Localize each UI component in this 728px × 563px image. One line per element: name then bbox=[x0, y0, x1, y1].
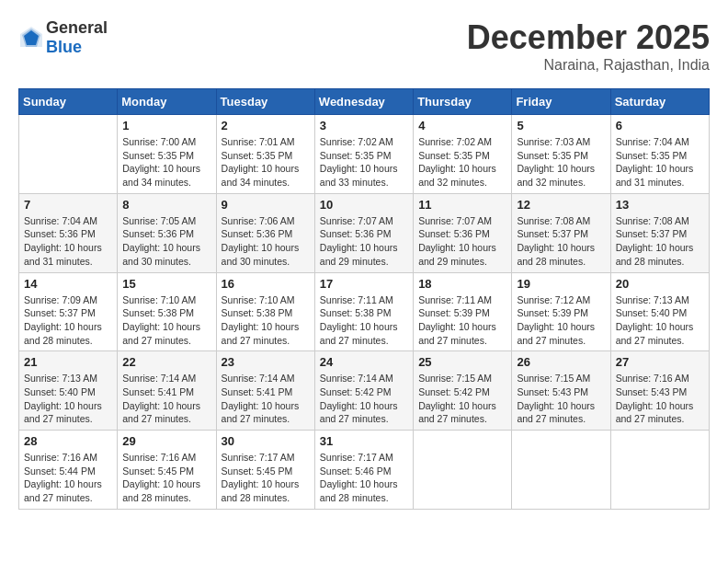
calendar-cell: 27Sunrise: 7:16 AMSunset: 5:43 PMDayligh… bbox=[610, 351, 709, 431]
day-number: 19 bbox=[517, 277, 605, 291]
calendar-cell: 19Sunrise: 7:12 AMSunset: 5:39 PMDayligh… bbox=[512, 272, 610, 351]
day-info: Sunrise: 7:09 AMSunset: 5:37 PMDaylight:… bbox=[24, 293, 112, 348]
calendar-cell: 15Sunrise: 7:10 AMSunset: 5:38 PMDayligh… bbox=[118, 272, 216, 351]
day-number: 13 bbox=[616, 198, 704, 212]
day-info: Sunrise: 7:17 AMSunset: 5:46 PMDaylight:… bbox=[320, 451, 408, 505]
day-number: 8 bbox=[122, 198, 210, 212]
calendar-cell bbox=[19, 115, 118, 194]
calendar-week-5: 28Sunrise: 7:16 AMSunset: 5:44 PMDayligh… bbox=[19, 431, 710, 510]
calendar-week-3: 14Sunrise: 7:09 AMSunset: 5:37 PMDayligh… bbox=[19, 272, 710, 351]
header-thursday: Thursday bbox=[414, 89, 512, 115]
day-number: 1 bbox=[122, 119, 210, 132]
day-info: Sunrise: 7:16 AMSunset: 5:45 PMDaylight:… bbox=[122, 451, 210, 505]
calendar-cell bbox=[414, 431, 512, 510]
day-info: Sunrise: 7:03 AMSunset: 5:35 PMDaylight:… bbox=[517, 135, 605, 190]
day-info: Sunrise: 7:08 AMSunset: 5:37 PMDaylight:… bbox=[616, 214, 704, 269]
month-title: December 2025 bbox=[467, 18, 710, 57]
day-info: Sunrise: 7:04 AMSunset: 5:36 PMDaylight:… bbox=[24, 214, 112, 269]
calendar-cell: 21Sunrise: 7:13 AMSunset: 5:40 PMDayligh… bbox=[19, 351, 118, 431]
calendar-cell: 30Sunrise: 7:17 AMSunset: 5:45 PMDayligh… bbox=[216, 431, 314, 510]
day-info: Sunrise: 7:10 AMSunset: 5:38 PMDaylight:… bbox=[122, 293, 210, 348]
title-block: December 2025 Naraina, Rajasthan, India bbox=[467, 18, 710, 74]
day-number: 18 bbox=[418, 277, 506, 291]
day-info: Sunrise: 7:12 AMSunset: 5:39 PMDaylight:… bbox=[517, 293, 605, 348]
day-info: Sunrise: 7:14 AMSunset: 5:42 PMDaylight:… bbox=[320, 372, 408, 426]
day-info: Sunrise: 7:02 AMSunset: 5:35 PMDaylight:… bbox=[418, 135, 506, 190]
calendar-cell: 1Sunrise: 7:00 AMSunset: 5:35 PMDaylight… bbox=[118, 115, 216, 194]
calendar-cell: 2Sunrise: 7:01 AMSunset: 5:35 PMDaylight… bbox=[216, 115, 314, 194]
calendar-cell: 29Sunrise: 7:16 AMSunset: 5:45 PMDayligh… bbox=[118, 431, 216, 510]
logo: General Blue bbox=[18, 18, 108, 57]
day-number: 29 bbox=[122, 434, 210, 448]
day-info: Sunrise: 7:06 AMSunset: 5:36 PMDaylight:… bbox=[222, 214, 310, 269]
calendar-cell: 11Sunrise: 7:07 AMSunset: 5:36 PMDayligh… bbox=[414, 193, 512, 272]
calendar-cell: 6Sunrise: 7:04 AMSunset: 5:35 PMDaylight… bbox=[610, 115, 709, 194]
day-info: Sunrise: 7:13 AMSunset: 5:40 PMDaylight:… bbox=[24, 372, 112, 426]
day-number: 3 bbox=[320, 119, 408, 132]
day-number: 17 bbox=[320, 277, 408, 291]
header-saturday: Saturday bbox=[610, 89, 709, 115]
day-number: 27 bbox=[616, 355, 704, 369]
day-number: 28 bbox=[24, 434, 112, 448]
calendar-cell: 12Sunrise: 7:08 AMSunset: 5:37 PMDayligh… bbox=[512, 193, 610, 272]
calendar-cell: 13Sunrise: 7:08 AMSunset: 5:37 PMDayligh… bbox=[610, 193, 709, 272]
logo-blue-text: Blue bbox=[46, 38, 82, 56]
logo-general-text: General bbox=[46, 18, 108, 37]
calendar-cell: 9Sunrise: 7:06 AMSunset: 5:36 PMDaylight… bbox=[216, 193, 314, 272]
day-info: Sunrise: 7:00 AMSunset: 5:35 PMDaylight:… bbox=[122, 135, 210, 190]
day-number: 15 bbox=[122, 277, 210, 291]
calendar-cell: 3Sunrise: 7:02 AMSunset: 5:35 PMDaylight… bbox=[314, 115, 413, 194]
calendar-cell: 14Sunrise: 7:09 AMSunset: 5:37 PMDayligh… bbox=[19, 272, 118, 351]
header-monday: Monday bbox=[118, 89, 216, 115]
calendar-cell: 16Sunrise: 7:10 AMSunset: 5:38 PMDayligh… bbox=[216, 272, 314, 351]
day-number: 7 bbox=[24, 198, 112, 212]
day-info: Sunrise: 7:04 AMSunset: 5:35 PMDaylight:… bbox=[616, 135, 704, 190]
day-info: Sunrise: 7:07 AMSunset: 5:36 PMDaylight:… bbox=[418, 214, 506, 269]
day-number: 31 bbox=[320, 434, 408, 448]
calendar-cell: 25Sunrise: 7:15 AMSunset: 5:42 PMDayligh… bbox=[414, 351, 512, 431]
calendar-cell bbox=[512, 431, 610, 510]
calendar-cell: 28Sunrise: 7:16 AMSunset: 5:44 PMDayligh… bbox=[19, 431, 118, 510]
calendar-week-2: 7Sunrise: 7:04 AMSunset: 5:36 PMDaylight… bbox=[19, 193, 710, 272]
day-number: 20 bbox=[616, 277, 704, 291]
day-info: Sunrise: 7:10 AMSunset: 5:38 PMDaylight:… bbox=[222, 293, 310, 348]
calendar-header-row: SundayMondayTuesdayWednesdayThursdayFrid… bbox=[19, 89, 710, 115]
location-title: Naraina, Rajasthan, India bbox=[467, 57, 710, 74]
day-number: 30 bbox=[222, 434, 310, 448]
calendar-cell: 23Sunrise: 7:14 AMSunset: 5:41 PMDayligh… bbox=[216, 351, 314, 431]
day-info: Sunrise: 7:15 AMSunset: 5:42 PMDaylight:… bbox=[418, 372, 506, 426]
day-number: 5 bbox=[517, 119, 605, 132]
page-header: General Blue December 2025 Naraina, Raja… bbox=[18, 18, 710, 74]
calendar-cell: 18Sunrise: 7:11 AMSunset: 5:39 PMDayligh… bbox=[414, 272, 512, 351]
day-number: 10 bbox=[320, 198, 408, 212]
calendar-cell: 4Sunrise: 7:02 AMSunset: 5:35 PMDaylight… bbox=[414, 115, 512, 194]
day-number: 16 bbox=[222, 277, 310, 291]
day-number: 14 bbox=[24, 277, 112, 291]
calendar-table: SundayMondayTuesdayWednesdayThursdayFrid… bbox=[18, 88, 710, 510]
day-info: Sunrise: 7:14 AMSunset: 5:41 PMDaylight:… bbox=[122, 372, 210, 426]
header-sunday: Sunday bbox=[19, 89, 118, 115]
day-info: Sunrise: 7:02 AMSunset: 5:35 PMDaylight:… bbox=[320, 135, 408, 190]
header-tuesday: Tuesday bbox=[216, 89, 314, 115]
day-info: Sunrise: 7:16 AMSunset: 5:44 PMDaylight:… bbox=[24, 451, 112, 505]
day-info: Sunrise: 7:11 AMSunset: 5:39 PMDaylight:… bbox=[418, 293, 506, 348]
day-number: 25 bbox=[418, 355, 506, 369]
calendar-cell bbox=[610, 431, 709, 510]
day-number: 11 bbox=[418, 198, 506, 212]
day-info: Sunrise: 7:13 AMSunset: 5:40 PMDaylight:… bbox=[616, 293, 704, 348]
day-number: 24 bbox=[320, 355, 408, 369]
day-number: 9 bbox=[222, 198, 310, 212]
calendar-cell: 7Sunrise: 7:04 AMSunset: 5:36 PMDaylight… bbox=[19, 193, 118, 272]
calendar-cell: 26Sunrise: 7:15 AMSunset: 5:43 PMDayligh… bbox=[512, 351, 610, 431]
day-number: 12 bbox=[517, 198, 605, 212]
day-info: Sunrise: 7:16 AMSunset: 5:43 PMDaylight:… bbox=[616, 372, 704, 426]
calendar-cell: 17Sunrise: 7:11 AMSunset: 5:38 PMDayligh… bbox=[314, 272, 413, 351]
calendar-cell: 24Sunrise: 7:14 AMSunset: 5:42 PMDayligh… bbox=[314, 351, 413, 431]
logo-icon bbox=[18, 25, 44, 51]
day-info: Sunrise: 7:05 AMSunset: 5:36 PMDaylight:… bbox=[122, 214, 210, 269]
calendar-cell: 10Sunrise: 7:07 AMSunset: 5:36 PMDayligh… bbox=[314, 193, 413, 272]
day-number: 6 bbox=[616, 119, 704, 132]
calendar-week-4: 21Sunrise: 7:13 AMSunset: 5:40 PMDayligh… bbox=[19, 351, 710, 431]
day-number: 22 bbox=[122, 355, 210, 369]
day-info: Sunrise: 7:17 AMSunset: 5:45 PMDaylight:… bbox=[222, 451, 310, 505]
